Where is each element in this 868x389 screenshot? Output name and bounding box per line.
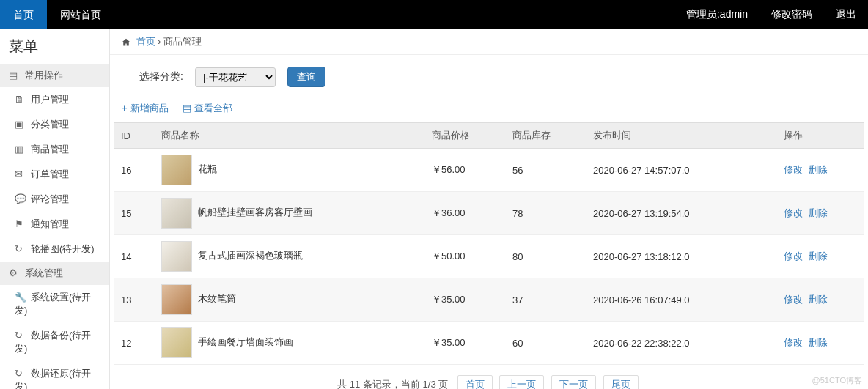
cell-price: ￥35.00	[424, 322, 505, 365]
sidebar-item-product-mgmt[interactable]: ▥商品管理	[0, 137, 109, 162]
flag-icon: ⚑	[15, 218, 26, 229]
refresh-icon: ↻	[15, 243, 26, 254]
sidebar-item-order-mgmt[interactable]: ✉订单管理	[0, 162, 109, 187]
cell-name: 手绘画餐厅墙面装饰画	[154, 322, 424, 365]
admin-label[interactable]: 管理员:admin	[674, 8, 760, 21]
edit-link[interactable]: 修改	[784, 207, 803, 218]
product-thumbnail	[161, 284, 192, 315]
edit-link[interactable]: 修改	[784, 337, 803, 348]
sidebar-item-data-backup[interactable]: ↻数据备份(待开发)	[0, 323, 109, 361]
sidebar: 菜单 ▤常用操作 🗎用户管理 ▣分类管理 ▥商品管理 ✉订单管理 💬评论管理 ⚑…	[0, 29, 110, 389]
delete-link[interactable]: 删除	[809, 207, 828, 218]
pagination: 共 11 条记录，当前 1/3 页 首页 上一页 下一页 尾页	[110, 365, 868, 389]
page-prev-button[interactable]: 上一页	[499, 375, 544, 389]
table-row: 16花瓶￥56.00562020-06-27 14:57:07.0修改 删除	[114, 149, 864, 192]
cell-id: 15	[114, 192, 154, 235]
sidebar-item-carousel[interactable]: ↻轮播图(待开发)	[0, 237, 109, 262]
cell-id: 12	[114, 322, 154, 365]
cell-id: 14	[114, 235, 154, 278]
product-name-text: 复古式插画深褐色玻璃瓶	[198, 250, 303, 261]
sidebar-item-comment-mgmt[interactable]: 💬评论管理	[0, 187, 109, 212]
cell-pubtime: 2020-06-27 13:18:12.0	[586, 235, 776, 278]
top-navbar: 首页 网站首页 管理员:admin 修改密码 退出	[0, 0, 868, 29]
cell-ops: 修改 删除	[776, 235, 864, 278]
cell-price: ￥56.00	[424, 149, 505, 192]
bars-icon: ▥	[15, 144, 26, 155]
cell-stock: 78	[505, 192, 586, 235]
page-first-button[interactable]: 首页	[457, 375, 493, 389]
delete-link[interactable]: 删除	[809, 337, 828, 348]
refresh-icon: ↻	[15, 330, 26, 341]
delete-link[interactable]: 删除	[809, 164, 828, 175]
main-content: 首页 › 商品管理 选择分类: |-干花花艺 查询 +新增商品 ▤查看全部 ID…	[110, 29, 868, 389]
sidebar-item-notice-mgmt[interactable]: ⚑通知管理	[0, 212, 109, 237]
logout-link[interactable]: 退出	[824, 8, 868, 21]
view-all-link[interactable]: ▤查看全部	[183, 103, 232, 114]
cell-ops: 修改 删除	[776, 149, 864, 192]
col-ops: 操作	[776, 123, 864, 149]
breadcrumb-current: 商品管理	[163, 36, 202, 47]
tab-site-home[interactable]: 网站首页	[47, 0, 114, 29]
delete-link[interactable]: 删除	[809, 251, 828, 262]
sidebar-item-data-restore[interactable]: ↻数据还原(待开发)	[0, 361, 109, 389]
product-name-text: 手绘画餐厅墙面装饰画	[198, 336, 293, 347]
breadcrumb-home-link[interactable]: 首页	[136, 36, 155, 47]
sidebar-item-category-mgmt[interactable]: ▣分类管理	[0, 112, 109, 137]
cell-id: 16	[114, 149, 154, 192]
cell-pubtime: 2020-06-27 13:19:54.0	[586, 192, 776, 235]
edit-link[interactable]: 修改	[784, 164, 803, 175]
cell-stock: 56	[505, 149, 586, 192]
table-row: 15帆船壁挂壁画客房客厅壁画￥36.00782020-06-27 13:19:5…	[114, 192, 864, 235]
edit-link[interactable]: 修改	[784, 251, 803, 262]
product-thumbnail	[161, 327, 192, 358]
product-table: ID 商品名称 商品价格 商品库存 发布时间 操作 16花瓶￥56.005620…	[114, 122, 864, 365]
cell-name: 木纹笔筒	[154, 278, 424, 322]
gear-icon: ⚙	[9, 267, 21, 278]
cell-pubtime: 2020-06-26 16:07:49.0	[586, 278, 776, 322]
product-thumbnail	[161, 241, 192, 272]
dashboard-icon: ▤	[9, 70, 21, 81]
sidebar-item-system-settings[interactable]: 🔧系统设置(待开发)	[0, 285, 109, 323]
envelope-icon: ✉	[15, 168, 26, 179]
col-stock: 商品库存	[505, 123, 586, 149]
page-next-button[interactable]: 下一页	[551, 375, 596, 389]
cell-pubtime: 2020-06-27 14:57:07.0	[586, 149, 776, 192]
watermark: @51CTO博客	[812, 375, 862, 386]
cell-price: ￥36.00	[424, 192, 505, 235]
menu-section-system[interactable]: ⚙系统管理	[0, 262, 109, 285]
add-product-link[interactable]: +新增商品	[122, 103, 169, 114]
pagination-info: 共 11 条记录，当前 1/3 页	[337, 379, 448, 389]
change-password-link[interactable]: 修改密码	[760, 8, 824, 21]
list-icon: ▤	[183, 103, 191, 114]
product-name-text: 花瓶	[198, 163, 217, 174]
breadcrumb: 首页 › 商品管理	[110, 29, 868, 55]
table-row: 12手绘画餐厅墙面装饰画￥35.00602020-06-22 22:38:22.…	[114, 322, 864, 365]
edit-link[interactable]: 修改	[784, 294, 803, 305]
home-icon	[122, 36, 133, 47]
query-button[interactable]: 查询	[287, 67, 326, 87]
product-thumbnail	[161, 198, 192, 229]
cell-stock: 80	[505, 235, 586, 278]
filter-row: 选择分类: |-干花花艺 查询	[110, 55, 868, 99]
product-name-text: 帆船壁挂壁画客房客厅壁画	[198, 207, 312, 218]
cell-id: 13	[114, 278, 154, 322]
tab-home[interactable]: 首页	[0, 0, 47, 29]
col-name: 商品名称	[154, 123, 424, 149]
menu-title: 菜单	[0, 29, 109, 64]
cell-stock: 60	[505, 322, 586, 365]
table-row: 14复古式插画深褐色玻璃瓶￥50.00802020-06-27 13:18:12…	[114, 235, 864, 278]
refresh-icon: ↻	[15, 368, 26, 379]
wrench-icon: 🔧	[15, 292, 26, 303]
file-icon: 🗎	[15, 94, 26, 105]
sidebar-item-user-mgmt[interactable]: 🗎用户管理	[0, 87, 109, 112]
col-pubtime: 发布时间	[586, 123, 776, 149]
menu-section-common[interactable]: ▤常用操作	[0, 64, 109, 87]
plus-icon: +	[122, 103, 128, 114]
product-thumbnail	[161, 155, 192, 185]
col-price: 商品价格	[424, 123, 505, 149]
cell-name: 帆船壁挂壁画客房客厅壁画	[154, 192, 424, 235]
category-select[interactable]: |-干花花艺	[195, 67, 276, 87]
page-last-button[interactable]: 尾页	[603, 375, 639, 389]
delete-link[interactable]: 删除	[809, 294, 828, 305]
breadcrumb-separator: ›	[158, 36, 163, 47]
